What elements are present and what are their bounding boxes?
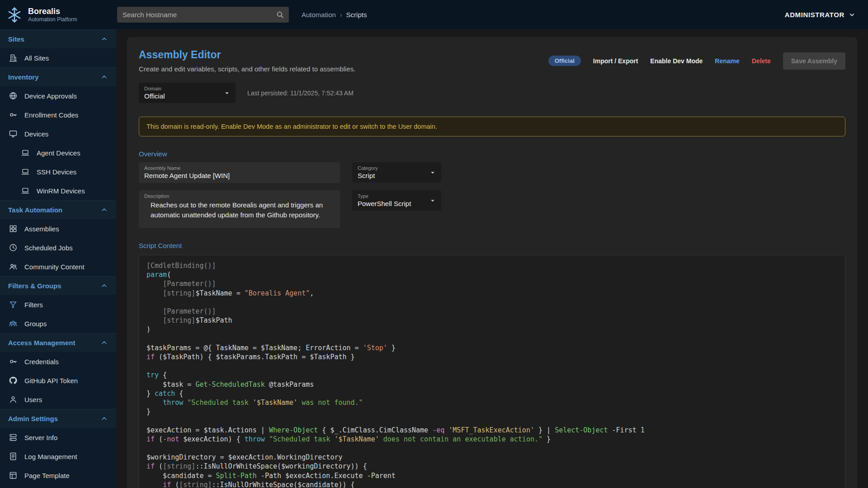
editor-toolbar: Official Import / Export Enable Dev Mode… (548, 52, 845, 70)
sidebar-item-label: Scheduled Jobs (24, 244, 73, 252)
page-title: Assembly Editor (139, 49, 355, 61)
code-line: if (-not $execAction) { throw "Scheduled… (146, 435, 838, 444)
code-line: $candidate = Split-Path -Path $execActio… (146, 471, 838, 480)
sidebar-item-device-approvals[interactable]: Device Approvals (0, 86, 116, 105)
brand-area: Borealis Automation Platform (0, 5, 116, 25)
sidebar-section-filters-groups[interactable]: Filters & Groups (0, 276, 116, 295)
domain-select[interactable]: Domain Official (139, 83, 236, 103)
people-icon (9, 262, 18, 271)
sidebar-item-devices[interactable]: Devices (0, 124, 116, 143)
sidebar-item-label: Enrollment Codes (24, 111, 78, 119)
sidebar-section-task-automation[interactable]: Task Automation (0, 200, 116, 219)
chevron-up-icon (100, 206, 108, 214)
type-select-value: PowerShell Script (358, 200, 425, 207)
category-select[interactable]: Category Script (352, 162, 441, 183)
section-label: Task Automation (8, 206, 62, 214)
sidebar-item-scheduled-jobs[interactable]: Scheduled Jobs (0, 238, 116, 257)
search-input[interactable] (117, 7, 289, 23)
sidebar-section-sites[interactable]: Sites (0, 29, 116, 48)
caret-down-icon (223, 89, 231, 97)
topbar: Borealis Automation Platform Automation … (0, 0, 868, 29)
code-line (146, 361, 838, 371)
assembly-name-field[interactable]: Assembly Name (139, 162, 340, 183)
read-only-warning: This domain is read-only. Enable Dev Mod… (139, 117, 845, 136)
code-line: param( (146, 270, 838, 279)
main-content: Assembly Editor Create and edit variable… (116, 29, 868, 488)
sidebar-item-label: Device Approvals (24, 92, 77, 100)
sidebar-item-community-content[interactable]: Community Content (0, 257, 116, 276)
sidebar-item-label: All Sites (24, 54, 49, 62)
breadcrumb-scripts[interactable]: Scripts (346, 11, 367, 19)
brand-text: Borealis Automation Platform (28, 7, 77, 23)
sidebar-item-agent-devices[interactable]: Agent Devices (0, 143, 116, 162)
sidebar-item-label: Community Content (24, 263, 85, 271)
sidebar-item-label: Page Template (24, 472, 70, 479)
sidebar-item-label: Filters (24, 301, 43, 309)
page-subtitle: Create and edit variables, scripts, and … (139, 65, 355, 73)
assembly-name-input[interactable] (144, 172, 335, 179)
sidebar-item-github-api-token[interactable]: GitHub API Token (0, 371, 116, 390)
sidebar-item-page-template[interactable]: Page Template (0, 466, 116, 485)
delete-button[interactable]: Delete (752, 57, 771, 65)
last-persisted-text: Last persisted: 11/1/2025, 7:52:43 AM (247, 89, 354, 97)
domain-select-label: Domain (144, 86, 219, 91)
laptop-icon (21, 167, 30, 176)
sidebar-item-users[interactable]: Users (0, 390, 116, 409)
sidebar-section-access-management[interactable]: Access Management (0, 333, 116, 352)
sidebar-item-log-management[interactable]: Log Management (0, 447, 116, 466)
sidebar-item-assemblies[interactable]: Assemblies (0, 219, 116, 238)
sidebar-section-admin-settings[interactable]: Admin Settings (0, 409, 116, 428)
assembly-name-label: Assembly Name (144, 165, 335, 171)
type-select[interactable]: Type PowerShell Script (352, 190, 441, 211)
save-assembly-button[interactable]: Save Assembly (783, 52, 845, 70)
clock-icon (9, 243, 18, 252)
laptop-icon (21, 148, 30, 157)
log-icon (9, 452, 18, 461)
sidebar-item-groups[interactable]: Groups (0, 314, 116, 333)
sidebar-item-credentials[interactable]: Credentials (0, 352, 116, 371)
panel-header: Assembly Editor Create and edit variable… (139, 49, 845, 73)
script-editor[interactable]: [CmdletBinding()]param( [Parameter()] [s… (139, 255, 845, 488)
code-line (146, 334, 838, 343)
code-line: try { (146, 371, 838, 380)
title-block: Assembly Editor Create and edit variable… (139, 49, 355, 73)
overview-form: Assembly Name Category Script Descriptio… (139, 162, 845, 228)
sidebar-item-filters[interactable]: Filters (0, 295, 116, 314)
code-line (146, 298, 838, 307)
borealis-logo-icon (5, 5, 24, 25)
sidebar-item-server-info[interactable]: Server Info (0, 428, 116, 447)
rename-button[interactable]: Rename (715, 57, 739, 65)
user-menu-label: ADMINISTRATOR (785, 11, 844, 19)
import-export-button[interactable]: Import / Export (593, 57, 638, 65)
github-icon (9, 376, 18, 385)
groups-icon (9, 319, 18, 328)
user-menu[interactable]: ADMINISTRATOR (785, 10, 856, 19)
chevron-up-icon (100, 73, 108, 81)
section-label: Access Management (8, 339, 75, 347)
sidebar-item-enrollment-codes[interactable]: Enrollment Codes (0, 105, 116, 124)
sidebar-section-inventory[interactable]: Inventory (0, 67, 116, 86)
breadcrumb-separator: › (340, 11, 342, 19)
sidebar-item-label: Users (24, 396, 42, 404)
sidebar-item-ssh-devices[interactable]: SSH Devices (0, 162, 116, 181)
official-badge[interactable]: Official (548, 56, 581, 66)
category-select-label: Category (358, 165, 425, 171)
sidebar-item-label: Agent Devices (37, 149, 80, 157)
caret-down-icon (429, 197, 437, 205)
breadcrumb-automation[interactable]: Automation (302, 11, 336, 19)
description-text: Reaches out to the remote Borealis agent… (144, 200, 335, 220)
domain-row: Domain Official Last persisted: 11/1/202… (139, 83, 845, 103)
sidebar-item-all-sites[interactable]: All Sites (0, 48, 116, 67)
search-icon (276, 10, 284, 19)
code-line: [Parameter()] (146, 307, 838, 316)
building-icon (9, 53, 18, 62)
sidebar-item-label: Log Management (24, 453, 77, 460)
chevron-up-icon (100, 339, 108, 347)
devices-icon (9, 129, 18, 138)
sidebar-item-winrm-devices[interactable]: WinRM Devices (0, 181, 116, 200)
sidebar-item-label: Assemblies (24, 225, 59, 233)
description-field[interactable]: Description Reaches out to the remote Bo… (139, 190, 340, 228)
code-line: } catch { (146, 389, 838, 398)
key-icon (9, 110, 18, 119)
enable-dev-mode-button[interactable]: Enable Dev Mode (650, 57, 703, 65)
